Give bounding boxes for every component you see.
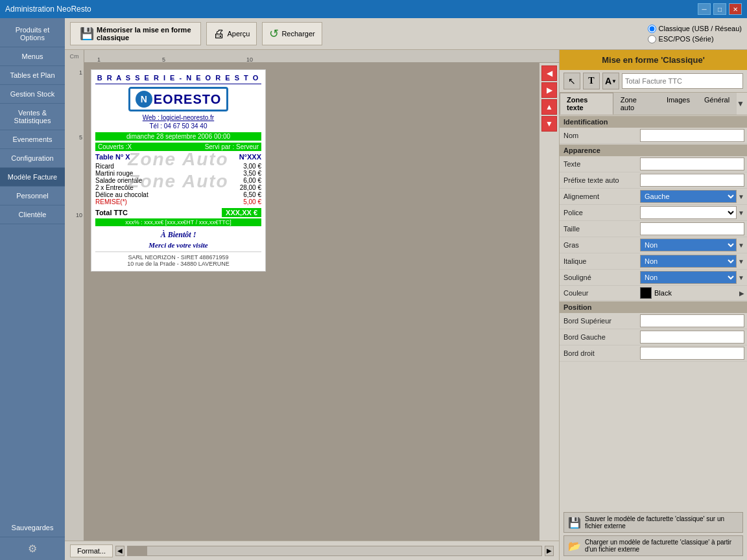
bord-sup-input[interactable] bbox=[640, 314, 744, 327]
receipt-farewell: À Bientôt ! bbox=[95, 230, 261, 240]
save-icon: 💾 bbox=[80, 27, 94, 41]
tab-general[interactable]: Général bbox=[697, 93, 737, 115]
radio-classique-row[interactable]: Classique (USB / Réseau) bbox=[648, 25, 742, 33]
minimize-button[interactable]: ─ bbox=[698, 3, 711, 15]
prop-bord-droit-row: Bord droit bbox=[560, 345, 747, 362]
prop-couleur-value: Black ▶ bbox=[637, 286, 747, 300]
sauver-modele-button[interactable]: 💾 Sauver le modèle de facturette 'classi… bbox=[563, 512, 743, 533]
nav-down-button[interactable]: ▼ bbox=[541, 116, 557, 132]
gras-chevron-icon: ▼ bbox=[738, 242, 744, 249]
sidebar-item-stock[interactable]: Gestion Stock bbox=[0, 85, 65, 104]
police-select[interactable] bbox=[640, 206, 737, 219]
color-swatch[interactable] bbox=[640, 287, 652, 299]
receipt-total-amount: XXX,XX € bbox=[222, 208, 261, 217]
prop-couleur-label: Couleur bbox=[560, 288, 637, 298]
ruler-top: Cm 1 5 10 bbox=[65, 50, 559, 63]
taille-input[interactable] bbox=[640, 222, 744, 235]
format-button[interactable]: Format... bbox=[70, 544, 113, 557]
prop-gras-value: Non Oui ▼ bbox=[637, 237, 747, 253]
alignement-select[interactable]: Gauche Centre Droite bbox=[640, 190, 737, 203]
tab-images[interactable]: Images bbox=[659, 93, 697, 115]
charger-modele-button[interactable]: 📂 Charger un modèle de facturette 'class… bbox=[563, 535, 743, 556]
window-controls: ─ □ ✕ bbox=[698, 3, 742, 15]
panel-tab-arrow: ▼ bbox=[737, 93, 747, 115]
scroll-track[interactable] bbox=[127, 546, 542, 556]
receipt: B R A S S E R I E - N E O R E S T O N EO… bbox=[91, 69, 266, 272]
prop-bord-sup-row: Bord Supérieur bbox=[560, 313, 747, 329]
italique-select-wrapper: Non Oui ▼ bbox=[640, 255, 744, 268]
ruler-mark-10: 10 bbox=[246, 56, 253, 63]
toolbar: 💾 Mémoriser la mise en forme classique 🖨… bbox=[65, 18, 747, 50]
sidebar-item-configuration[interactable]: Configuration bbox=[0, 149, 65, 168]
apercu-button[interactable]: 🖨 Aperçu bbox=[206, 22, 257, 45]
receipt-table: Table N° X N°XXX bbox=[95, 153, 261, 161]
souligne-select[interactable]: Non Oui bbox=[640, 271, 737, 284]
logo-n: N bbox=[136, 91, 152, 108]
maximize-button[interactable]: □ bbox=[713, 3, 726, 15]
nav-left-button[interactable]: ◀ bbox=[541, 65, 557, 81]
receipt-total-label: Total TTC bbox=[95, 209, 128, 216]
sidebar: Produits et Options Menus Tables et Plan… bbox=[0, 18, 65, 560]
canvas-area: Cm 1 5 10 1 5 10 bbox=[65, 50, 559, 560]
panel-toolbar: ↖ T A▼ bbox=[560, 70, 747, 93]
cursor-tool-button[interactable]: ↖ bbox=[563, 73, 580, 89]
scroll-left-arrow[interactable]: ◀ bbox=[115, 546, 124, 556]
panel-tabs: Zones texte Zone auto Images Général ▼ bbox=[560, 93, 747, 115]
nav-right-button[interactable]: ▶ bbox=[541, 82, 557, 98]
bord-gauche-input[interactable] bbox=[640, 331, 744, 344]
receipt-item-3: 2 x Entrecôte 28,00 € bbox=[95, 184, 261, 191]
sidebar-item-modele[interactable]: Modèle Facture bbox=[0, 168, 65, 187]
scroll-right-arrow[interactable]: ▶ bbox=[545, 546, 554, 556]
prop-police-row: Police ▼ bbox=[560, 205, 747, 221]
sidebar-item-tables[interactable]: Tables et Plan bbox=[0, 66, 65, 85]
sidebar-item-menus[interactable]: Menus bbox=[0, 47, 65, 66]
radio-escpos-row[interactable]: ESC/POS (Série) bbox=[648, 35, 742, 43]
radio-classique-input[interactable] bbox=[648, 25, 656, 33]
ruler-left-10: 10 bbox=[76, 212, 82, 218]
prop-prefixe-label: Préfixe texte auto bbox=[560, 175, 637, 185]
sidebar-item-sauvegardes[interactable]: Sauvegardes bbox=[0, 519, 65, 537]
receipt-item-2: Salade orientale 6,00 € bbox=[95, 177, 261, 184]
bord-droit-input[interactable] bbox=[640, 347, 744, 360]
texte-input[interactable] bbox=[640, 158, 744, 170]
color-arrow-icon[interactable]: ▶ bbox=[739, 290, 744, 297]
receipt-table-label: Table N° X bbox=[95, 153, 130, 161]
sidebar-item-clientele[interactable]: Clientèle bbox=[0, 205, 65, 224]
right-panel: Mise en forme 'Classique' ↖ T A▼ Zones t… bbox=[559, 50, 747, 560]
sidebar-item-personnel[interactable]: Personnel bbox=[0, 187, 65, 205]
italique-select[interactable]: Non Oui bbox=[640, 255, 737, 268]
sidebar-item-ventes[interactable]: Ventes & Statistiques bbox=[0, 104, 65, 130]
sidebar-bottom-gear[interactable]: ⚙ bbox=[0, 537, 65, 560]
panel-bottom: 💾 Sauver le modèle de facturette 'classi… bbox=[560, 508, 747, 560]
nav-up-button[interactable]: ▲ bbox=[541, 99, 557, 115]
section-position-header: Position bbox=[560, 301, 747, 313]
receipt-table-num: N°XXX bbox=[239, 153, 261, 161]
sidebar-item-evenements[interactable]: Evenements bbox=[0, 130, 65, 149]
ruler-corner: Cm bbox=[65, 50, 84, 63]
scroll-container: 1 5 10 B R A S S E R I E - N E O R E S T… bbox=[65, 63, 559, 541]
sidebar-item-produits[interactable]: Produits et Options bbox=[0, 21, 65, 47]
prop-taille-label: Taille bbox=[560, 224, 637, 234]
receipt-covers: Couverts :X Servi par : Serveur bbox=[95, 143, 261, 151]
prop-police-value: ▼ bbox=[637, 205, 747, 220]
memorize-button[interactable]: 💾 Mémoriser la mise en forme classique bbox=[70, 22, 201, 45]
prop-alignement-label: Alignement bbox=[560, 191, 637, 202]
radio-escpos-input[interactable] bbox=[648, 35, 656, 43]
color-label: Black bbox=[654, 289, 739, 297]
text-tool-button[interactable]: T bbox=[583, 73, 600, 89]
gras-select[interactable]: Non Oui bbox=[640, 239, 737, 251]
canvas-content[interactable]: B R A S S E R I E - N E O R E S T O N EO… bbox=[84, 63, 540, 541]
gras-select-wrapper: Non Oui ▼ bbox=[640, 239, 744, 251]
tab-zones-texte[interactable]: Zones texte bbox=[560, 93, 613, 115]
prefixe-input[interactable] bbox=[640, 174, 744, 187]
zone-name-input[interactable] bbox=[622, 73, 743, 89]
nom-input[interactable] bbox=[640, 129, 744, 142]
souligne-chevron-icon: ▼ bbox=[738, 274, 744, 281]
receipt-header: B R A S S E R I E - N E O R E S T O bbox=[95, 74, 261, 84]
save-external-icon: 💾 bbox=[568, 517, 581, 529]
close-button[interactable]: ✕ bbox=[729, 3, 742, 15]
font-tool-button[interactable]: A▼ bbox=[602, 73, 619, 89]
tab-zone-auto[interactable]: Zone auto bbox=[613, 93, 659, 115]
main-container: Produits et Options Menus Tables et Plan… bbox=[0, 18, 747, 560]
recharger-button[interactable]: ↺ Recharger bbox=[262, 22, 322, 45]
